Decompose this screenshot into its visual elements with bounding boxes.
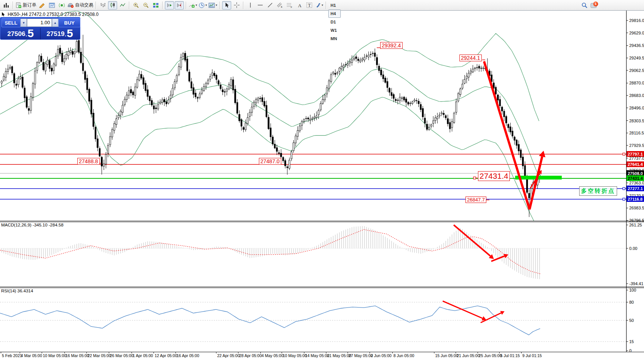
volume-decrease-button[interactable]: ▼ <box>20 19 27 27</box>
chart-canvas[interactable]: MACD(12,26,9) -345.10 -284.58RSI(14) 36.… <box>0 0 644 359</box>
buy-price-dot: . <box>65 30 66 39</box>
periods-menu-button[interactable]: ▾ <box>198 1 207 9</box>
sell-price-big-digit: 5 <box>27 28 34 39</box>
svg-text:21 Jun 05:00: 21 Jun 05:00 <box>457 353 480 358</box>
svg-text:10 Mar 05:00: 10 Mar 05:00 <box>43 353 66 358</box>
tab-timeframe-W1[interactable]: W1 <box>328 26 341 34</box>
svg-text:28683.0: 28683.0 <box>629 93 644 98</box>
search-icon[interactable] <box>580 1 589 9</box>
svg-text:9 Jul 01:15: 9 Jul 01:15 <box>522 353 542 358</box>
macd-indicator-label: MACD(12,26,9) -345.10 -284.58 <box>1 223 63 227</box>
horizontal-line-tool-button[interactable] <box>255 1 265 9</box>
cursor-tool-button[interactable] <box>222 1 231 9</box>
price-callout-label[interactable]: 29244.1 <box>459 55 482 61</box>
autotrading-button[interactable]: 自动交易 <box>67 1 94 9</box>
templates-menu-button[interactable]: ▾ <box>208 1 218 9</box>
svg-text:4 May 05:00: 4 May 05:00 <box>262 353 284 358</box>
object-handle[interactable] <box>623 198 625 200</box>
price-callout-label[interactable]: 27431.4 <box>478 171 510 181</box>
svg-text:2 Jun 05:00: 2 Jun 05:00 <box>371 353 392 358</box>
tab-timeframe-H1[interactable]: H1 <box>328 1 341 9</box>
volume-increase-button[interactable]: ▲ <box>52 19 58 27</box>
dropdown-caret-icon: ▾ <box>322 3 323 7</box>
text-label-tool-button[interactable]: T <box>305 1 314 9</box>
toolbar-separator <box>162 2 163 9</box>
chart-symbol-ohlc: HK50-,H4 27472.0 27532.0 27383.5 27508.0 <box>2 12 99 17</box>
price-callout-label[interactable]: 29392.4 <box>380 42 403 49</box>
svg-text:27363.0: 27363.0 <box>629 181 644 185</box>
object-handle[interactable] <box>623 153 625 155</box>
fibonacci-tool-button[interactable]: F <box>285 1 294 9</box>
svg-text:E: E <box>281 6 282 8</box>
timeframe-toolbar: M1M5M15M30H1H4D1W1MN <box>328 0 341 43</box>
sell-button[interactable]: SELL <box>2 18 20 27</box>
price-callout-label[interactable]: 27487.0 <box>259 158 281 165</box>
svg-text:29249.5: 29249.5 <box>629 56 644 60</box>
svg-text:12 Apr 05:00: 12 Apr 05:00 <box>155 353 177 358</box>
volume-input[interactable]: 1.00 <box>27 19 52 27</box>
svg-text:261.25: 261.25 <box>629 223 642 227</box>
vertical-line-tool-button[interactable] <box>246 1 255 9</box>
dropdown-caret-icon: ▾ <box>216 3 217 7</box>
charts-bar-icon[interactable] <box>2 1 11 9</box>
svg-text:27277.1: 27277.1 <box>628 186 643 191</box>
arrows-menu-button[interactable]: ▾ <box>315 1 324 9</box>
svg-text:21 May 05:00: 21 May 05:00 <box>327 353 351 358</box>
new-order-button[interactable]: 新订单 <box>15 1 37 9</box>
text-tool-button[interactable]: A <box>295 1 304 9</box>
line-chart-type-button[interactable] <box>118 1 127 9</box>
new-order-label: 新订单 <box>23 2 36 8</box>
tab-timeframe-D1[interactable]: D1 <box>328 18 341 26</box>
svg-text:28116.5: 28116.5 <box>629 131 644 135</box>
crayon-tool-icon[interactable] <box>38 1 47 9</box>
toolbar-separator <box>129 2 130 9</box>
svg-text:5 Feb 2021: 5 Feb 2021 <box>2 353 22 358</box>
chart-profile-icon[interactable] <box>47 1 56 9</box>
notifications-button[interactable]: 1 <box>590 1 599 9</box>
svg-text:27797.1: 27797.1 <box>628 152 643 156</box>
dropdown-caret-icon: ▾ <box>205 3 207 7</box>
tab-timeframe-MN[interactable]: MN <box>328 34 341 43</box>
sell-price-dot: . <box>26 30 27 39</box>
crosshair-tool-button[interactable] <box>232 1 241 9</box>
svg-text:28303.5: 28303.5 <box>629 119 644 123</box>
autotrading-label: 自动交易 <box>75 2 93 8</box>
buy-price-big-digit: 5 <box>67 28 73 39</box>
svg-text:28870.0: 28870.0 <box>629 81 644 85</box>
dropdown-caret-icon: ▾ <box>196 3 197 7</box>
object-handle[interactable] <box>623 187 625 190</box>
price-callout-label[interactable]: 26847.7 <box>465 197 486 203</box>
svg-text:25 Jun 05:00: 25 Jun 05:00 <box>479 353 502 358</box>
svg-text:27508.0: 27508.0 <box>628 171 643 176</box>
svg-text:80: 80 <box>629 300 634 304</box>
zoom-in-button[interactable] <box>132 1 141 9</box>
indicators-menu-button[interactable]: ▾ <box>188 1 197 9</box>
tab-timeframe-H4[interactable]: H4 <box>328 9 341 18</box>
svg-text:0.00: 0.00 <box>629 246 637 251</box>
buy-price-main: 27519 <box>47 30 64 39</box>
svg-text:4 Mar 05:00: 4 Mar 05:00 <box>21 353 42 358</box>
svg-text:27431.4: 27431.4 <box>628 176 643 181</box>
trendline-tool-button[interactable] <box>265 1 274 9</box>
zoom-out-button[interactable] <box>141 1 150 9</box>
tile-windows-button[interactable] <box>151 1 160 9</box>
bar-chart-type-button[interactable] <box>98 1 107 9</box>
svg-text:29436.5: 29436.5 <box>629 43 644 48</box>
object-handle[interactable] <box>473 177 476 179</box>
auto-scroll-button[interactable] <box>165 1 174 9</box>
buy-button[interactable]: BUY <box>58 18 80 27</box>
chart-shift-button[interactable] <box>175 1 184 9</box>
toolbar-separator <box>186 2 186 9</box>
svg-text:0: 0 <box>629 348 631 353</box>
svg-text:27116.8: 27116.8 <box>628 197 642 201</box>
price-callout-label[interactable]: 27488.8 <box>77 158 100 165</box>
equidistant-channel-tool-button[interactable]: E <box>275 1 284 9</box>
sell-price[interactable]: 27506 . 5 <box>1 28 40 39</box>
toolbar-separator <box>326 2 326 9</box>
svg-text:29062.5: 29062.5 <box>629 68 644 73</box>
candlestick-chart-type-button[interactable] <box>108 1 117 9</box>
signal-icon[interactable] <box>57 1 66 9</box>
svg-text:29816.0: 29816.0 <box>629 18 644 23</box>
buy-price[interactable]: 27519 . 5 <box>41 28 80 39</box>
turning-point-label[interactable]: 多空转折点 <box>579 186 617 196</box>
